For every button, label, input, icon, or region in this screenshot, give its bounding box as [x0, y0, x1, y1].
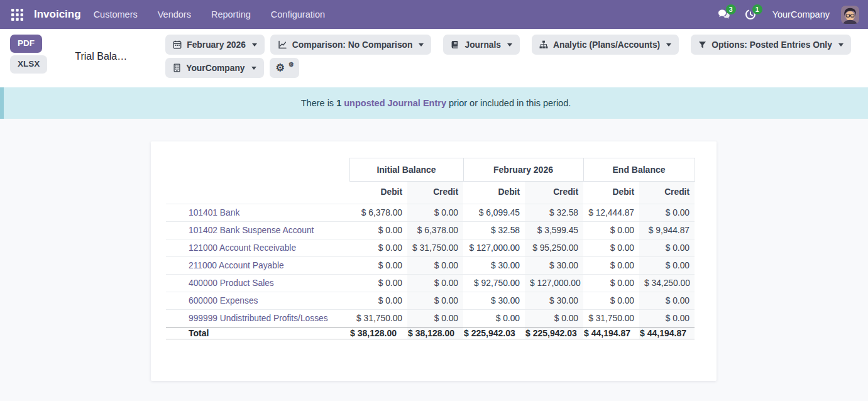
account-cell: 121000 Account Receivable — [166, 239, 349, 257]
amount-cell: $ 38,128.00 — [407, 327, 463, 339]
amount-cell: $ 0.00 — [407, 257, 463, 275]
analytic-filter-label: Analytic (Plans/Accounts) — [553, 40, 660, 50]
account-link[interactable]: 600000 Expenses — [189, 296, 258, 305]
menu-reporting[interactable]: Reporting — [211, 9, 251, 19]
account-link[interactable]: 211000 Account Payable — [189, 261, 284, 270]
amount-cell: $ 34,250.00 — [639, 275, 695, 292]
empty-corner-cell — [166, 158, 349, 182]
activities-badge: 1 — [752, 4, 762, 14]
amount-cell: $ 0.00 — [349, 257, 407, 275]
amount-cell: $ 6,378.00 — [407, 222, 463, 239]
gears-icon-small: ⚙ — [288, 62, 293, 68]
account-cell: 211000 Account Payable — [166, 257, 349, 275]
amount-cell: $ 30.00 — [525, 257, 583, 275]
amount-cell: $ 38,128.00 — [349, 327, 407, 339]
comparison-filter-label: Comparison: No Comparison — [292, 40, 413, 50]
xlsx-button[interactable]: XLSX — [10, 55, 47, 74]
menu-configuration[interactable]: Configuration — [271, 9, 325, 19]
account-link[interactable]: 121000 Account Receivable — [189, 243, 296, 253]
account-link[interactable]: 999999 Undistributed Profits/Losses — [189, 314, 328, 323]
options-filter-button[interactable]: Options: Posted Entries Only — [691, 35, 851, 55]
journals-filter-button[interactable]: Journals — [443, 35, 520, 55]
menu-customers[interactable]: Customers — [94, 9, 138, 19]
total-row: Total $ 38,128.00 $ 38,128.00 $ 225,942.… — [166, 327, 695, 339]
chevron-down-icon — [419, 43, 424, 47]
date-filter-button[interactable]: February 2026 — [165, 35, 265, 55]
activities-button[interactable]: 1 — [742, 6, 759, 23]
sitemap-icon — [539, 40, 548, 49]
table-row: 101402 Bank Suspense Account$ 0.00$ 6,37… — [166, 222, 695, 239]
amount-cell: $ 30.00 — [463, 257, 525, 275]
amount-cell: $ 6,378.00 — [349, 204, 407, 222]
table-row: 121000 Account Receivable$ 0.00$ 31,750.… — [166, 239, 695, 257]
end-balance-group-header: End Balance — [583, 158, 695, 182]
analytic-filter-button[interactable]: Analytic (Plans/Accounts) — [532, 35, 679, 55]
account-cell: 600000 Expenses — [166, 292, 349, 310]
account-link[interactable]: 400000 Product Sales — [189, 278, 274, 288]
amount-cell: $ 3,599.45 — [525, 222, 583, 239]
chevron-down-icon — [666, 43, 671, 47]
initial-balance-group-header: Initial Balance — [349, 158, 463, 182]
amount-cell: $ 0.00 — [349, 222, 407, 239]
credit-header: Credit — [407, 182, 463, 204]
amount-cell: $ 31,750.00 — [407, 239, 463, 257]
company-switcher[interactable]: YourCompany — [772, 9, 830, 19]
credit-header: Credit — [525, 182, 583, 204]
amount-cell: $ 95,250.00 — [525, 239, 583, 257]
messages-button[interactable]: 3 — [716, 6, 732, 23]
filter-buttons: February 2026 Comparison: No Comparison — [165, 35, 851, 78]
amount-cell: $ 0.00 — [407, 275, 463, 292]
report-area: Initial Balance February 2026 End Balanc… — [0, 119, 868, 381]
account-link[interactable]: 101401 Bank — [189, 208, 239, 217]
amount-cell: $ 44,194.87 — [583, 327, 639, 339]
amount-cell: $ 0.00 — [349, 292, 407, 310]
options-filter-label: Options: Posted Entries Only — [711, 40, 832, 50]
amount-cell: $ 0.00 — [583, 275, 639, 292]
amount-cell: $ 0.00 — [583, 222, 639, 239]
amount-cell: $ 6,099.45 — [463, 204, 525, 222]
debit-header: Debit — [463, 182, 525, 204]
amount-cell: $ 0.00 — [407, 292, 463, 310]
amount-cell: $ 0.00 — [349, 239, 407, 257]
pdf-button[interactable]: PDF — [10, 35, 42, 53]
filter-row-2: YourCompany ⚙⚙ — [165, 58, 851, 78]
amount-cell: $ 31,750.00 — [349, 310, 407, 327]
amount-cell: $ 0.00 — [583, 292, 639, 310]
report-settings-button[interactable]: ⚙⚙ — [270, 58, 299, 78]
comparison-filter-button[interactable]: Comparison: No Comparison — [270, 35, 432, 55]
chevron-down-icon — [507, 43, 512, 47]
amount-cell: $ 0.00 — [463, 310, 525, 327]
navbar-systray: 3 1 YourCompany — [716, 6, 859, 24]
amount-cell: $ 0.00 — [349, 275, 407, 292]
chevron-down-icon — [252, 43, 257, 47]
table-row: 211000 Account Payable$ 0.00$ 0.00$ 30.0… — [166, 257, 695, 275]
amount-cell: $ 31,750.00 — [583, 310, 639, 327]
filter-row-1: February 2026 Comparison: No Comparison — [165, 35, 851, 55]
chevron-down-icon — [251, 67, 256, 70]
amount-cell: $ 30.00 — [525, 292, 583, 310]
amount-cell: $ 9,944.87 — [639, 222, 695, 239]
column-group-header-row: Initial Balance February 2026 End Balanc… — [166, 158, 695, 182]
apps-grid-icon[interactable] — [9, 6, 25, 23]
empty-corner-cell — [166, 182, 349, 204]
account-cell: 101401 Bank — [166, 204, 349, 222]
menu-vendors[interactable]: Vendors — [158, 9, 191, 19]
total-label: Total — [166, 327, 349, 339]
account-link[interactable]: 101402 Bank Suspense Account — [189, 226, 314, 235]
user-avatar[interactable] — [841, 6, 859, 24]
amount-cell: $ 225,942.03 — [525, 327, 583, 339]
export-buttons: PDF XLSX — [10, 35, 47, 78]
banner-count: 1 — [336, 98, 341, 108]
journals-filter-label: Journals — [464, 40, 501, 50]
app-name[interactable]: Invoicing — [34, 8, 81, 21]
amount-cell: $ 30.00 — [463, 292, 525, 310]
period-group-header: February 2026 — [463, 158, 583, 182]
company-filter-button[interactable]: YourCompany — [165, 58, 263, 78]
building-icon — [173, 63, 181, 72]
amount-cell: $ 127,000.00 — [525, 275, 583, 292]
account-cell: 400000 Product Sales — [166, 275, 349, 292]
amount-cell: $ 0.00 — [639, 257, 695, 275]
amount-cell: $ 225,942.03 — [463, 327, 525, 339]
unposted-journal-entry-link[interactable]: unposted Journal Entry — [344, 98, 446, 108]
debit-credit-header-row: Debit Credit Debit Credit Debit Credit — [166, 182, 695, 204]
